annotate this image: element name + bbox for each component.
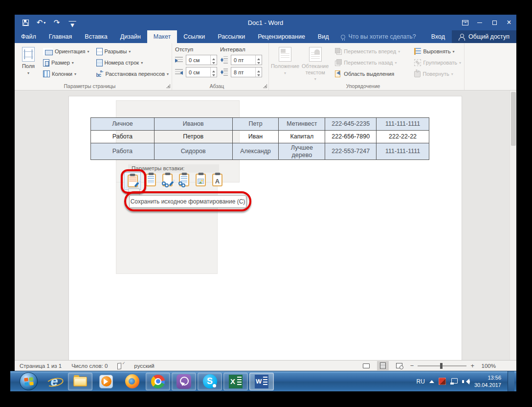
spacing-before-icon (220, 56, 228, 64)
tab-mailings[interactable]: Рассылки (211, 30, 251, 43)
indent-label: Отступ (175, 46, 217, 53)
customize-qat-icon[interactable]: —▾ (67, 18, 77, 27)
zoom-out-icon[interactable]: − (410, 362, 414, 369)
save-icon[interactable] (21, 18, 30, 27)
breaks-button[interactable]: Разрывы▾ (96, 46, 169, 56)
taskbar-firefox[interactable] (120, 373, 144, 390)
tab-review[interactable]: Рецензирование (251, 30, 311, 43)
document-table[interactable]: Личное Иванов Петр Метинвест 222-645-223… (90, 117, 429, 160)
indent-left-input[interactable]: 0 см (186, 55, 217, 65)
taskbar-word[interactable] (249, 373, 274, 390)
zoom-in-icon[interactable]: + (470, 362, 474, 369)
paste-option-keep-text-only[interactable]: A (211, 172, 224, 188)
zoom-level[interactable]: 100% (479, 363, 496, 369)
language-switcher[interactable]: RU (417, 378, 425, 385)
tab-references[interactable]: Ссылки (177, 30, 211, 43)
share-button[interactable]: Общий доступ (452, 30, 516, 43)
viber-icon (177, 374, 191, 389)
taskbar-viber[interactable] (172, 373, 196, 390)
print-layout-button[interactable] (377, 361, 389, 370)
system-tray: RU 13:56 30.04.2017 (417, 371, 516, 391)
group-button[interactable]: Группировать▾ (414, 58, 461, 68)
web-layout-button[interactable] (394, 361, 405, 370)
volume-icon[interactable] (462, 378, 470, 385)
paste-option-picture[interactable] (194, 172, 207, 188)
wrap-text-icon (309, 47, 322, 62)
hidden-icons-arrow-icon[interactable] (429, 378, 434, 383)
margins-icon (22, 47, 35, 62)
tab-home[interactable]: Главная (43, 30, 79, 43)
language-indicator[interactable]: русский (134, 363, 154, 369)
size-button[interactable]: Размер▾ (43, 58, 91, 68)
spinner-arrows[interactable] (210, 68, 217, 77)
spinner-arrows[interactable] (210, 55, 217, 65)
restore-icon[interactable] (487, 15, 502, 30)
taskbar-internet-explorer[interactable]: e (42, 373, 66, 390)
taskbar-file-explorer[interactable] (68, 373, 92, 390)
rotate-button[interactable]: Повернуть▾ (414, 69, 461, 79)
taskbar-chrome[interactable] (146, 373, 170, 390)
word-count[interactable]: Число слов: 0 (71, 363, 108, 369)
desktop-screen: ↶▾ ↷ —▾ Doc1 - Word × Файл Главная Встав… (15, 15, 516, 391)
taskbar-excel[interactable] (223, 373, 248, 390)
tell-me-box[interactable]: Что вы хотите сделать? (335, 30, 421, 43)
spacing-label: Интервал (220, 46, 262, 53)
orientation-button[interactable]: Ориентация▾ (43, 46, 91, 56)
read-mode-button[interactable] (360, 361, 372, 370)
undo-icon[interactable]: ↶▾ (36, 18, 46, 27)
paste-option-link-keep-source-formatting[interactable] (161, 172, 174, 188)
vertical-scrollbar[interactable] (510, 90, 516, 360)
hyphenation-icon (96, 70, 104, 78)
size-icon (43, 59, 49, 67)
spinner-arrows[interactable] (255, 55, 262, 65)
start-button[interactable] (16, 373, 41, 390)
zoom-slider-thumb[interactable] (440, 363, 443, 369)
clock[interactable]: 13:56 30.04.2017 (474, 374, 503, 388)
align-button[interactable]: Выровнять▾ (414, 46, 461, 56)
spacing-after-input[interactable]: 8 пт (231, 67, 262, 77)
minimize-icon[interactable] (472, 15, 487, 30)
wrap-text-button[interactable]: Обтекание текстом ▾ (298, 45, 332, 81)
dialog-launcher-icon[interactable] (263, 84, 267, 88)
group-title-page-setup: Параметры страницы (15, 83, 165, 89)
show-desktop-button[interactable] (508, 371, 514, 391)
selection-pane-button[interactable]: Область выделения (335, 69, 410, 79)
redo-icon[interactable]: ↷ (52, 18, 62, 27)
bring-forward-button[interactable]: Переместить вперед▾ (335, 46, 410, 56)
excel-icon (229, 375, 243, 388)
columns-button[interactable]: Колонки▾ (43, 69, 91, 79)
tray-app-icon[interactable] (439, 378, 446, 385)
hyphenation-button[interactable]: Расстановка переносов▾ (96, 69, 169, 79)
network-icon[interactable] (450, 378, 458, 384)
margins-button[interactable]: Поля ▾ (18, 45, 39, 75)
taskbar-media-player[interactable] (94, 373, 118, 390)
dialog-launcher-icon[interactable] (166, 84, 170, 88)
proofing-icon[interactable] (117, 363, 124, 369)
sign-in-button[interactable]: Вход (424, 30, 452, 43)
tab-file[interactable]: Файл (15, 30, 43, 43)
windows-logo-icon (20, 372, 38, 390)
tab-layout[interactable]: Макет (147, 30, 177, 43)
table-row[interactable]: Работа Сидоров Александр Лучшее дерево 2… (91, 143, 429, 160)
table-row[interactable]: Работа Петров Иван Капитал 222-656-7890 … (91, 131, 429, 143)
zoom-slider[interactable] (418, 365, 466, 366)
ribbon-display-options-icon[interactable] (458, 15, 472, 30)
scrollbar-thumb[interactable] (511, 92, 516, 146)
tab-design[interactable]: Дизайн (114, 30, 147, 43)
tab-insert[interactable]: Вставка (78, 30, 113, 43)
page-indicator[interactable]: Страница 1 из 1 (20, 363, 62, 369)
position-button[interactable]: Положение ▾ (272, 45, 298, 75)
close-icon[interactable]: × (502, 15, 516, 30)
group-paragraph: Отступ Интервал 0 см 0 пт 0 см 8 пт Абза… (172, 43, 269, 90)
taskbar-skype[interactable]: S (198, 373, 222, 390)
indent-right-input[interactable]: 0 см (186, 67, 217, 77)
orientation-icon (43, 48, 53, 55)
paste-option-use-destination-styles[interactable] (144, 172, 157, 188)
paste-option-link-use-destination-styles[interactable] (177, 172, 191, 188)
tab-view[interactable]: Вид (311, 30, 335, 43)
spinner-arrows[interactable] (255, 68, 262, 77)
table-row[interactable]: Личное Иванов Петр Метинвест 222-645-223… (91, 118, 429, 131)
spacing-before-input[interactable]: 0 пт (231, 55, 262, 65)
send-backward-button[interactable]: Переместить назад▾ (335, 58, 410, 68)
line-numbers-button[interactable]: Номера строк▾ (96, 58, 169, 68)
